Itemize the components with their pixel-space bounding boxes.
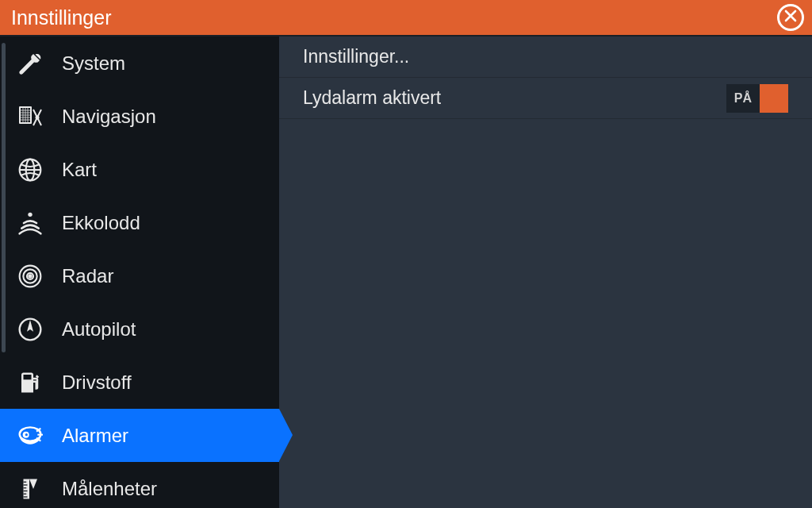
row-label: Lydalarm aktivert <box>303 87 441 109</box>
sidebar-item-label: Autopilot <box>62 318 136 341</box>
fuel-icon <box>17 371 52 394</box>
alarm-icon <box>17 423 52 448</box>
svg-point-18 <box>29 275 31 277</box>
svg-rect-20 <box>24 375 32 379</box>
sidebar-item-radar[interactable]: Radar <box>0 249 279 302</box>
sidebar-item-label: Navigasjon <box>62 106 156 128</box>
autopilot-icon <box>17 317 52 342</box>
sidebar-item-echo[interactable]: Ekkolodd <box>0 196 279 249</box>
window-title: Innstillinger <box>11 6 111 29</box>
navigation-icon <box>17 103 52 130</box>
sidebar-item-system[interactable]: System <box>0 37 279 90</box>
sidebar-item-label: Alarmer <box>62 425 128 447</box>
siren-enabled-row[interactable]: Lydalarm aktivert PÅ <box>279 78 812 119</box>
sidebar-item-alarms[interactable]: Alarmer <box>0 409 279 462</box>
toggle-label: PÅ <box>726 84 760 113</box>
sidebar-item-navigation[interactable]: Navigasjon <box>0 90 279 143</box>
sidebar-item-label: Målenheter <box>62 478 157 500</box>
sidebar-item-fuel[interactable]: Drivstoff <box>0 356 279 409</box>
radar-icon <box>17 264 52 289</box>
svg-point-25 <box>25 433 28 436</box>
sidebar-item-label: Radar <box>62 265 113 287</box>
sidebar-item-autopilot[interactable]: Autopilot <box>0 302 279 356</box>
sidebar-item-units[interactable]: Målenheter <box>0 462 279 508</box>
svg-point-10 <box>36 115 40 119</box>
sidebar-item-label: Ekkolodd <box>62 212 140 234</box>
settings-row[interactable]: Innstillinger... <box>279 37 812 78</box>
sidebar-item-chart[interactable]: Kart <box>0 143 279 196</box>
wrench-icon <box>17 51 52 76</box>
close-button[interactable] <box>777 4 804 31</box>
content-panel: Innstillinger... Lydalarm aktivert PÅ <box>279 37 812 508</box>
ruler-icon <box>17 477 52 501</box>
toggle-knob <box>760 84 788 113</box>
siren-toggle[interactable]: PÅ <box>726 84 788 113</box>
close-icon <box>783 9 798 26</box>
svg-point-14 <box>28 212 32 216</box>
sidebar-item-label: Drivstoff <box>62 371 132 394</box>
sidebar-item-label: Kart <box>62 159 97 181</box>
globe-icon <box>17 157 52 183</box>
sidebar: System Navigasjon <box>0 37 279 508</box>
sonar-icon <box>17 210 52 236</box>
titlebar: Innstillinger <box>0 0 812 37</box>
row-label: Innstillinger... <box>303 46 409 67</box>
sidebar-item-label: System <box>62 52 125 75</box>
